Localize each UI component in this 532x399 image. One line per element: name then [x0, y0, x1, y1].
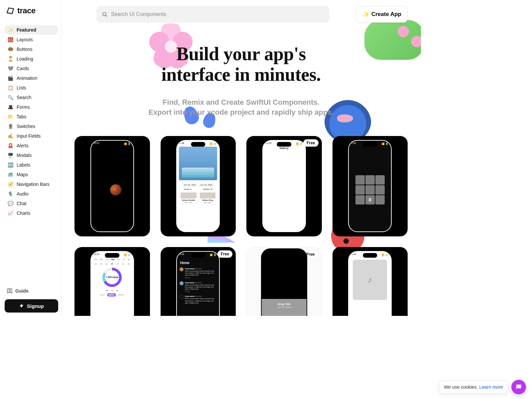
- sidebar-item-chat[interactable]: 💬Chat: [5, 199, 58, 208]
- sidebar-item-lists[interactable]: 📋Lists: [5, 83, 58, 92]
- create-app-button[interactable]: ✨ Create App: [356, 6, 408, 23]
- main-content: ✨ Create App Build your app's interface …: [61, 0, 421, 316]
- signup-button[interactable]: Signup: [5, 299, 58, 313]
- sidebar-item-featured[interactable]: ✨Featured: [5, 25, 58, 35]
- mars-icon: [109, 183, 122, 196]
- sidebar-item-label: Search: [17, 95, 31, 100]
- hourglass-icon: ⏳: [7, 56, 13, 62]
- status-time: 2:49: [180, 253, 184, 257]
- chart-icon: 📈: [7, 210, 13, 216]
- phone-mock: 11:29📶 🔋 Gallery: [262, 140, 306, 232]
- artist-name: ARTIST NAME: [262, 306, 307, 308]
- status-right: 📶 🔋: [210, 253, 216, 257]
- component-card[interactable]: Free 2:49📶 🔋 Home Username @handleHere's…: [161, 247, 236, 316]
- avatar-icon: [180, 281, 184, 285]
- logo-text: trace: [17, 6, 36, 15]
- mic-icon: 🎙️: [7, 191, 13, 197]
- sidebar: trace ✨Featured 🧱Layouts 🍩Buttons ⏳Loadi…: [0, 0, 61, 316]
- sidebar-item-loading[interactable]: ⏳Loading: [5, 54, 58, 64]
- logo-mark-icon: [6, 7, 15, 15]
- book-icon: [7, 288, 13, 294]
- free-badge: Free: [303, 139, 318, 147]
- status-right: 📶 🔋: [124, 142, 131, 146]
- hero: Build your app's interface in minutes. F…: [74, 44, 408, 117]
- bolt-icon: [19, 303, 24, 309]
- status-time: 10:31: [94, 253, 100, 257]
- svg-point-0: [103, 12, 106, 16]
- sidebar-item-label: Forms: [17, 104, 30, 110]
- children-value: 0: [211, 188, 212, 190]
- sidebar-item-layouts[interactable]: 🧱Layouts: [5, 35, 58, 44]
- status-right: 📶 🔋: [382, 142, 388, 146]
- sidebar-item-forms[interactable]: 🎩Forms: [5, 102, 58, 112]
- component-card[interactable]: Free Song TitleARTIST NAME: [246, 247, 322, 316]
- feed-title: Home: [180, 261, 216, 265]
- search-input-wrap[interactable]: [96, 6, 329, 23]
- adults-label: Adults:: [184, 188, 190, 190]
- layouts-icon: 🧱: [7, 37, 13, 42]
- tweet-row: Username @handleHere's some tweet conten…: [180, 281, 216, 293]
- sidebar-item-label: Cards: [17, 66, 29, 71]
- date-from-chip: Nov 25, 2023: [182, 183, 198, 187]
- sidebar-item-label: Alerts: [17, 143, 29, 148]
- sidebar-item-charts[interactable]: 📈Charts: [5, 208, 58, 218]
- component-card[interactable]: 12:01📶 🔋: [74, 136, 150, 236]
- sidebar-item-label: Buttons: [17, 47, 32, 52]
- sidebar-item-maps[interactable]: 🗺️Maps: [5, 170, 58, 179]
- sidebar-item-navigation-bars[interactable]: 🧭Navigation Bars: [5, 180, 58, 189]
- room-name: Urban Double: [181, 199, 197, 201]
- sidebar-item-search[interactable]: 🔍Search: [5, 93, 58, 102]
- status-time: 7:26: [351, 142, 356, 146]
- sidebar-item-label: Switches: [17, 124, 35, 129]
- date-to-chip: Nov 29, 2023: [199, 183, 214, 187]
- sidebar-nav: ✨Featured 🧱Layouts 🍩Buttons ⏳Loading 🩶Ca…: [5, 25, 58, 286]
- sidebar-item-buttons[interactable]: 🍩Buttons: [5, 45, 58, 54]
- clipboard-icon: 📋: [7, 85, 13, 90]
- sparkle-icon: ✨: [7, 27, 13, 33]
- sidebar-item-audio[interactable]: 🎙️Audio: [5, 189, 58, 199]
- display-icon: 🖥️: [7, 153, 13, 158]
- heart-icon: 🩶: [7, 66, 13, 71]
- room-sub: 589 / night: [204, 201, 211, 203]
- children-label: Children:: [203, 188, 211, 190]
- tweet-row: Username @handleHere's some tweet conten…: [180, 267, 216, 279]
- room-sub: 506 / night: [185, 201, 192, 203]
- component-card[interactable]: 10:31📶 🔋 SunMonTueWedThuFriSat 242526272…: [74, 247, 150, 316]
- tictactoe-grid: X: [355, 175, 385, 204]
- status-right: 📶 🔋: [296, 142, 303, 146]
- slider-icon: 🎚️: [7, 124, 13, 129]
- search-icon: [102, 11, 107, 17]
- sidebar-item-modals[interactable]: 🖥️Modals: [5, 151, 58, 160]
- guide-link[interactable]: Guide: [5, 286, 58, 296]
- sidebar-item-switches[interactable]: 🎚️Switches: [5, 122, 58, 131]
- sidebar-item-label: Tabs: [17, 114, 27, 119]
- component-card[interactable]: Free 11:29📶 🔋 Gallery: [246, 136, 322, 236]
- grid-cell-x: X: [365, 195, 375, 204]
- component-card[interactable]: 1:38📶 🔋 🔔 Nov 25, 2023 Nov 29, 2023 Adul…: [161, 136, 236, 236]
- room-name: Urban King: [200, 199, 216, 201]
- sidebar-item-label: Audio: [17, 191, 29, 197]
- component-card[interactable]: 2:43📶 🔋 ♪: [332, 247, 408, 316]
- sidebar-item-alerts[interactable]: 🚨Alerts: [5, 141, 58, 150]
- screen-title: Gallery: [263, 147, 305, 150]
- activity-ring-icon: 7,235 steps: [102, 268, 122, 287]
- logo[interactable]: trace: [6, 6, 58, 15]
- sidebar-item-label: Animation: [17, 75, 37, 81]
- tweet-row: Username @handleHere's some tweet conten…: [180, 295, 216, 304]
- sidebar-item-label: Featured: [17, 27, 36, 33]
- component-gallery: 12:01📶 🔋 1:38📶 🔋 🔔 Nov 25, 2023 Nov 29, …: [74, 136, 408, 316]
- phone-mock: 12:01📶 🔋: [90, 140, 134, 232]
- sidebar-item-label: Layouts: [17, 37, 33, 42]
- sidebar-item-labels[interactable]: 🔤Labels: [5, 160, 58, 170]
- sidebar-item-input-fields[interactable]: ✍️Input Fields: [5, 131, 58, 141]
- clapper-icon: 🎬: [7, 75, 13, 81]
- phone-mock: 2:49📶 🔋 Home Username @handleHere's some…: [176, 251, 220, 316]
- pencil-icon: ✍️: [7, 133, 13, 139]
- status-time: 1:38: [180, 142, 184, 146]
- sidebar-item-tabs[interactable]: 📁Tabs: [5, 112, 58, 121]
- phone-mock: 10:31📶 🔋 SunMonTueWedThuFriSat 242526272…: [90, 251, 134, 316]
- sidebar-item-animation[interactable]: 🎬Animation: [5, 73, 58, 83]
- sidebar-item-cards[interactable]: 🩶Cards: [5, 64, 58, 73]
- component-card[interactable]: 7:26📶 🔋 X: [332, 136, 408, 236]
- search-input[interactable]: [111, 11, 324, 17]
